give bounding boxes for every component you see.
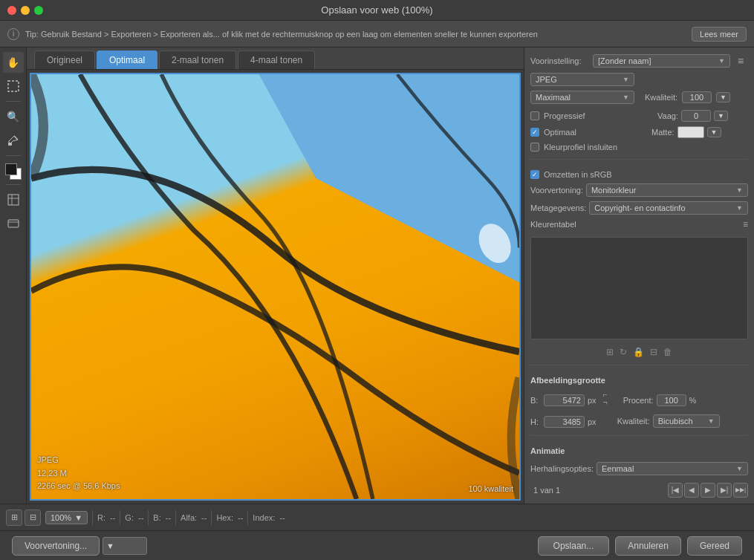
herhalingsopties-dropdown[interactable]: Eenmaal ▼ [597,462,748,475]
voorvertoning-arrow-dropdown[interactable]: ▼ [103,537,147,555]
nav-text: 1 van 1 [533,486,560,495]
left-toolbar: ✋ 🔍 [0,48,27,504]
kt-icon-2[interactable]: ↻ [620,347,627,357]
status-divider-6 [247,510,248,525]
matte-arrow[interactable]: ▼ [707,127,721,137]
animatie-title: Animatie [530,446,748,455]
minimize-button[interactable] [21,6,30,15]
zoom-arrow-icon: ▼ [74,513,82,522]
optimaal-checkbox[interactable] [530,128,539,137]
kt-icon-5[interactable]: 🗑 [663,347,672,357]
tab-optimaal[interactable]: Optimaal [97,51,157,69]
kwaliteit-interp-value: Bicubisch [658,417,693,426]
status-bar: ⊞ ⊟ 100% ▼ R: -- G: -- B: -- Alfa: -- He… [0,504,754,530]
b-input[interactable]: 5472 [544,394,585,406]
toolbar-separator-2 [6,155,21,156]
opslaan-button[interactable]: Opslaan... [538,536,610,556]
status-icon-2[interactable]: ⊟ [25,509,41,526]
kleurprofiel-checkbox[interactable] [530,143,539,152]
status-divider-4 [175,510,176,525]
eyedropper-tool[interactable] [3,130,24,151]
g-label: G: [125,513,134,522]
quality-value: Maximaal [536,93,571,102]
status-divider-2 [120,510,120,525]
progressief-checkbox[interactable] [530,111,539,120]
color-squares[interactable] [5,163,22,180]
image-preview[interactable]: JPEG 12,23 M 2266 sec @ 56,6 Kbps 100 kw… [30,73,521,501]
alfa-label: Alfa: [181,513,197,522]
gereed-button[interactable]: Gereed [687,536,742,556]
svg-rect-0 [8,81,19,91]
matte-swatch[interactable] [677,126,704,138]
kwaliteit-input[interactable]: 100 [682,91,712,103]
hand-tool[interactable]: ✋ [3,52,24,73]
nav-next-button[interactable]: ▶| [717,483,732,498]
vaag-input[interactable]: 0 [681,110,711,122]
zoom-tool[interactable]: 🔍 [3,106,24,127]
matte-col: Matte: ▼ [651,126,748,138]
optimaal-col: Optimaal [530,128,646,137]
voorvertoning-button[interactable]: Voorvertoning... [12,536,100,556]
kwaliteit-interp-dropdown[interactable]: Bicubisch ▼ [653,414,720,428]
image-quality-label: 100 kwaliteit [468,484,513,493]
metagegevens-dropdown[interactable]: Copyright- en contactinfo ▼ [589,201,748,215]
toolbar-separator-3 [6,184,21,185]
kleurentabel-title: Kleurentabel [530,220,576,229]
nav-first-button[interactable]: |◀ [668,483,683,498]
svg-rect-2 [8,143,12,146]
vaag-col: Vaag: 0 ▼ [651,110,748,122]
procent-input[interactable]: 100 [657,394,686,406]
kt-icon-4[interactable]: ⊟ [650,347,657,357]
tab-4maal[interactable]: 4-maal tonen [238,51,315,69]
metagegevens-row: Metagegevens: Copyright- en contactinfo … [530,201,748,215]
kt-icon-3[interactable]: 🔒 [633,347,644,357]
status-icon-1[interactable]: ⊞ [6,509,22,526]
kleurentabel-menu-icon[interactable]: ≡ [743,219,748,229]
canvas-area: Origineel Optimaal 2-maal tonen 4-maal t… [27,48,524,504]
b-label: B: [530,396,541,405]
divider-3 [530,435,748,436]
nav-last-button[interactable]: ▶▶| [733,483,748,498]
nav-prev-button[interactable]: ◀ [684,483,699,498]
quality-dropdown[interactable]: Maximaal ▼ [530,91,634,104]
vaag-label: Vaag: [657,111,678,120]
h-input[interactable]: 3485 [544,416,585,428]
voorvertoning-row: Voorvertoning: Monitorkleur ▼ [530,183,748,197]
procent-pct: % [689,396,697,405]
metagegevens-label: Metagegevens: [530,204,586,212]
close-button[interactable] [7,6,16,15]
format-value: JPEG [536,75,557,84]
srgb-checkbox[interactable] [530,170,539,179]
zoom-dropdown[interactable]: 100% ▼ [45,511,88,524]
voorvertoning-dropdown[interactable]: Monitorkleur ▼ [586,183,748,197]
h-px-unit: px [588,417,597,426]
vaag-arrow[interactable]: ▼ [714,111,728,121]
tab-origineel[interactable]: Origineel [34,51,95,69]
voorinstelling-dropdown[interactable]: [Zonder naam] ▼ [593,54,730,68]
nav-play-button[interactable]: ▶ [701,483,715,498]
annuleren-button[interactable]: Annuleren [615,536,681,556]
image-format-label: JPEG [37,454,120,467]
status-divider-5 [211,510,212,525]
g-value: -- [138,513,143,522]
preset-menu-icon[interactable]: ≡ [733,53,748,68]
format-dropdown[interactable]: JPEG ▼ [530,73,634,86]
kwaliteit-interp-label: Kwaliteit: [617,417,650,426]
toggle-slices[interactable] [3,189,24,210]
kwaliteit-interp-row: Kwaliteit: Bicubisch ▼ [617,414,720,428]
maximize-button[interactable] [34,6,43,15]
tab-2maal[interactable]: 2-maal tonen [159,51,236,69]
chevron-down-icon: ▼ [736,465,743,472]
kleurentabel-area [530,237,748,339]
kleurentabel-toolbar: ⊞ ↻ 🔒 ⊟ 🗑 [530,347,748,357]
chevron-down-icon: ▼ [623,76,629,83]
link-icon: ⌐ ¬ [599,391,611,406]
browser-preview[interactable] [3,213,24,234]
kwaliteit-label: Kwaliteit: [645,93,677,102]
kwaliteit-arrow[interactable]: ▼ [716,92,730,102]
lees-meer-button[interactable]: Lees meer [692,27,747,42]
image-info: JPEG 12,23 M 2266 sec @ 56,6 Kbps [37,454,120,493]
select-tool[interactable] [3,76,24,97]
kt-icon-1[interactable]: ⊞ [606,347,614,357]
image-size-label: 12,23 M [37,467,120,481]
